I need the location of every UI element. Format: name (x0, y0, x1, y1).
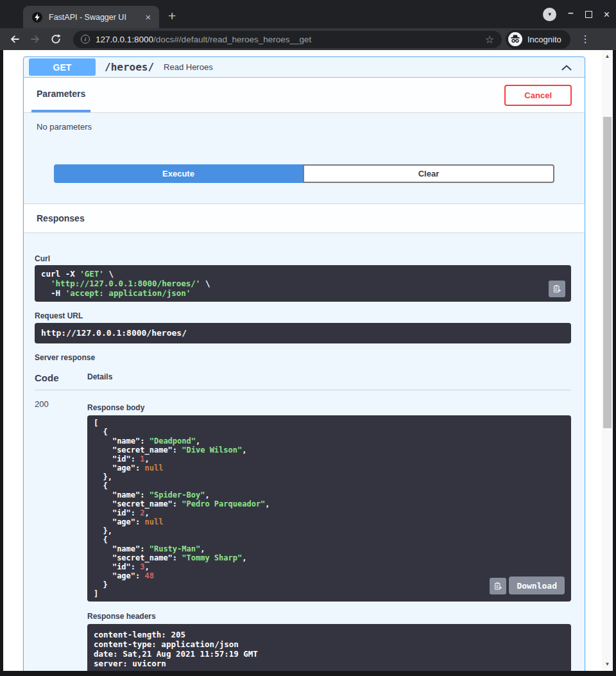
close-window-button[interactable]: × (604, 9, 610, 21)
scroll-down-icon[interactable]: ▼ (602, 659, 613, 668)
status-code: 200 (35, 398, 87, 671)
request-url-value: http://127.0.0.1:8000/heroes/ (41, 328, 565, 338)
forward-icon[interactable] (27, 31, 44, 48)
tab-close-icon[interactable]: × (142, 12, 154, 22)
reload-icon[interactable] (47, 31, 64, 48)
new-tab-icon[interactable]: + (168, 9, 176, 22)
response-body-label: Response body (87, 403, 571, 412)
responses-title: Responses (37, 213, 85, 223)
minimize-button[interactable]: – (568, 7, 573, 18)
response-body-block: [ { "name": "Deadpond", "secret_name": "… (87, 415, 571, 602)
clear-button[interactable]: Clear (303, 164, 554, 183)
tab-strip: FastAPI - Swagger UI × + ▼ – × (0, 0, 616, 28)
url-path: /docs#/default/read_heroes_heroes__get (153, 35, 311, 44)
cancel-button[interactable]: Cancel (504, 85, 572, 106)
request-url-block: http://127.0.0.1:8000/heroes/ (35, 323, 571, 343)
parameters-body: No parameters Execute Clear (24, 113, 585, 204)
tab-parameters[interactable]: Parameters (31, 78, 90, 112)
url-text[interactable]: 127.0.0.1:8000/docs#/default/read_heroes… (96, 35, 480, 44)
execute-button[interactable]: Execute (54, 164, 303, 183)
copy-response-icon[interactable] (490, 578, 506, 594)
curl-label: Curl (35, 254, 571, 263)
page-scrollbar[interactable]: ▲ ▼ (602, 50, 613, 671)
url-host: 127.0.0.1:8000 (96, 35, 153, 44)
server-response-label: Server response (35, 353, 571, 362)
method-badge: GET (29, 58, 96, 76)
details-column-header: Details (87, 372, 112, 383)
back-icon[interactable] (6, 31, 23, 48)
curl-command-block: curl -X 'GET' \ 'http://127.0.0.1:8000/h… (35, 265, 571, 302)
scrollbar-thumb[interactable] (603, 117, 612, 428)
curl-command: curl -X 'GET' \ 'http://127.0.0.1:8000/h… (41, 269, 565, 298)
endpoint-summary: Read Heroes (164, 62, 561, 72)
response-headers-block: content-length: 205 content-type: applic… (87, 624, 571, 671)
response-table-header: Code Details (35, 372, 571, 390)
no-parameters-message: No parameters (37, 122, 572, 132)
code-column-header: Code (35, 372, 87, 383)
browser-window: FastAPI - Swagger UI × + ▼ – × i 127.0.0… (0, 0, 616, 676)
bookmark-star-icon[interactable]: ☆ (485, 33, 494, 46)
operation-summary[interactable]: GET /heroes/ Read Heroes (24, 57, 585, 78)
download-button[interactable]: Download (509, 576, 565, 594)
maximize-button[interactable] (585, 11, 592, 18)
response-body-json: [ { "name": "Deadpond", "secret_name": "… (94, 419, 565, 598)
tab-search-icon[interactable]: ▼ (543, 8, 556, 21)
response-headers-text: content-length: 205 content-type: applic… (94, 630, 565, 668)
scroll-up-icon[interactable]: ▲ (602, 51, 613, 60)
response-row-200: 200 Response body [ { "name": "Deadpond"… (35, 398, 571, 671)
menu-kebab-icon[interactable]: ⋮ (577, 33, 594, 45)
responses-body: Curl curl -X 'GET' \ 'http://127.0.0.1:8… (24, 233, 585, 671)
fastapi-favicon-icon (32, 12, 42, 22)
copy-curl-icon[interactable] (549, 281, 565, 297)
request-url-label: Request URL (35, 311, 571, 320)
incognito-spy-icon (508, 32, 522, 46)
execute-row: Execute Clear (54, 164, 554, 204)
collapse-chevron-icon[interactable] (561, 62, 572, 73)
tab-title: FastAPI - Swagger UI (49, 13, 142, 22)
incognito-badge: Incognito (506, 30, 570, 49)
response-headers-label: Response headers (87, 612, 571, 621)
response-details: Response body [ { "name": "Deadpond", "s… (87, 398, 571, 671)
parameters-header: Parameters Cancel (24, 78, 585, 113)
responses-header: Responses (24, 204, 585, 233)
endpoint-path: /heroes/ (105, 61, 154, 73)
browser-tab[interactable]: FastAPI - Swagger UI × (23, 6, 159, 28)
browser-toolbar: i 127.0.0.1:8000/docs#/default/read_hero… (0, 28, 616, 50)
swagger-page: GET /heroes/ Read Heroes Parameters Canc… (3, 50, 613, 671)
page-info-icon[interactable]: i (81, 35, 90, 44)
incognito-label: Incognito (527, 35, 561, 44)
operation-block-get-heroes: GET /heroes/ Read Heroes Parameters Canc… (23, 56, 585, 671)
url-bar[interactable]: i 127.0.0.1:8000/docs#/default/read_hero… (73, 31, 502, 48)
